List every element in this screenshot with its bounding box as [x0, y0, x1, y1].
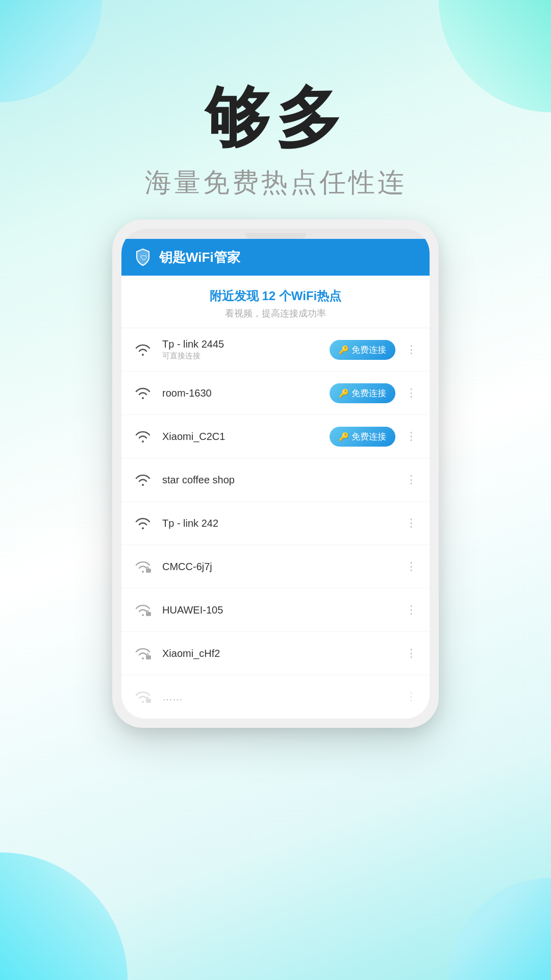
wifi-list-item[interactable]: Xiaomi_cHf2⋮ [121, 632, 430, 675]
app-header: 🛡 钥匙WiFi管家 [121, 239, 430, 276]
wifi-info: Xiaomi_cHf2 [162, 648, 395, 659]
phone-mockup-container: 🛡 钥匙WiFi管家 附近发现 12 个WiFi热点 看视频，提高连接成功率 T… [112, 219, 439, 728]
connect-free-button[interactable]: 🔑 免费连接 [330, 340, 395, 360]
wifi-info: …… [162, 691, 395, 703]
svg-rect-3 [146, 655, 151, 659]
app-title: 钥匙WiFi管家 [159, 249, 240, 266]
hero-section: 够多 海量免费热点任性连 [0, 0, 551, 201]
wifi-name: CMCC-6j7j [162, 561, 395, 573]
wifi-name: room-1630 [162, 387, 321, 399]
wifi-locked-icon [132, 685, 154, 708]
wifi-name: …… [162, 691, 395, 703]
hero-subtitle: 海量免费热点任性连 [0, 165, 551, 201]
wifi-list-item[interactable]: Xiaomi_C2C1🔑 免费连接⋮ [121, 415, 430, 458]
wifi-sub-text: 可直接连接 [162, 351, 321, 361]
wifi-open-icon [132, 512, 154, 534]
more-options-button[interactable]: ⋮ [404, 386, 419, 400]
wifi-name: HUAWEI-105 [162, 604, 395, 616]
svg-rect-4 [146, 699, 151, 703]
wifi-info: Xiaomi_C2C1 [162, 431, 321, 443]
wifi-name: Tp - link 2445 [162, 338, 321, 350]
phone-mockup: 🛡 钥匙WiFi管家 附近发现 12 个WiFi热点 看视频，提高连接成功率 T… [112, 219, 439, 728]
connect-free-button[interactable]: 🔑 免费连接 [330, 383, 395, 403]
wifi-info: Tp - link 2445可直接连接 [162, 338, 321, 361]
wifi-info: room-1630 [162, 387, 321, 399]
wifi-locked-icon [132, 599, 154, 621]
wifi-name: star coffee shop [162, 474, 395, 486]
wifi-name: Xiaomi_cHf2 [162, 648, 395, 659]
phone-notch [245, 233, 306, 239]
wifi-list-item[interactable]: room-1630🔑 免费连接⋮ [121, 372, 430, 415]
more-options-button[interactable]: ⋮ [404, 430, 419, 443]
wifi-list-item[interactable]: Tp - link 2445可直接连接🔑 免费连接⋮ [121, 328, 430, 372]
wifi-info: Tp - link 242 [162, 518, 395, 529]
corner-decoration-bottom-right [449, 878, 551, 980]
wifi-list-item[interactable]: star coffee shop⋮ [121, 458, 430, 502]
hero-title: 够多 [0, 82, 551, 155]
wifi-list-item[interactable]: Tp - link 242⋮ [121, 502, 430, 545]
wifi-list-item[interactable]: ……⋮ [121, 675, 430, 719]
wifi-open-icon [132, 382, 154, 404]
wifi-locked-icon [132, 555, 154, 578]
wifi-open-icon [132, 338, 154, 361]
discovery-banner: 附近发现 12 个WiFi热点 看视频，提高连接成功率 [121, 276, 430, 328]
svg-rect-1 [146, 569, 151, 573]
corner-decoration-bottom-left [0, 852, 128, 980]
phone-screen: 🛡 钥匙WiFi管家 附近发现 12 个WiFi热点 看视频，提高连接成功率 T… [121, 229, 430, 719]
wifi-list-item[interactable]: HUAWEI-105⋮ [121, 589, 430, 632]
more-options-button[interactable]: ⋮ [404, 343, 419, 356]
wifi-name: Tp - link 242 [162, 518, 395, 529]
svg-rect-2 [146, 612, 151, 616]
svg-text:🛡: 🛡 [140, 254, 147, 262]
more-options-button[interactable]: ⋮ [404, 603, 419, 617]
wifi-info: CMCC-6j7j [162, 561, 395, 573]
wifi-locked-icon [132, 642, 154, 665]
discovery-title: 附近发现 12 个WiFi热点 [132, 288, 419, 304]
wifi-list: Tp - link 2445可直接连接🔑 免费连接⋮ room-1630🔑 免费… [121, 328, 430, 719]
wifi-info: star coffee shop [162, 474, 395, 486]
connect-free-button[interactable]: 🔑 免费连接 [330, 427, 395, 447]
wifi-open-icon [132, 425, 154, 448]
more-options-button[interactable]: ⋮ [404, 647, 419, 660]
discovery-subtitle: 看视频，提高连接成功率 [132, 307, 419, 320]
app-logo-icon: 🛡 [134, 248, 152, 266]
more-options-button[interactable]: ⋮ [404, 690, 419, 703]
wifi-info: HUAWEI-105 [162, 604, 395, 616]
wifi-name: Xiaomi_C2C1 [162, 431, 321, 443]
wifi-open-icon [132, 469, 154, 491]
wifi-list-item[interactable]: CMCC-6j7j⋮ [121, 545, 430, 589]
more-options-button[interactable]: ⋮ [404, 560, 419, 573]
more-options-button[interactable]: ⋮ [404, 517, 419, 530]
more-options-button[interactable]: ⋮ [404, 473, 419, 486]
